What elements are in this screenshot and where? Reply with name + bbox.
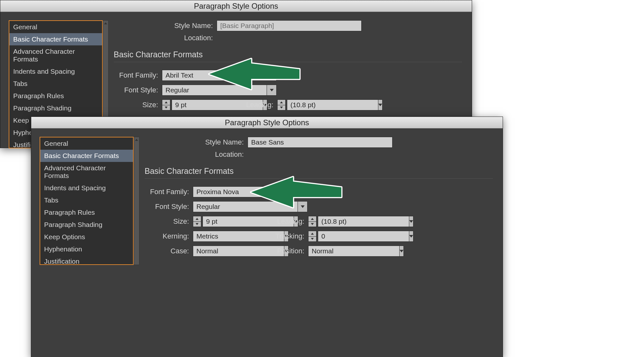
location-label: Location: (145, 150, 248, 159)
section-heading: Basic Character Formats (145, 164, 493, 179)
position-combo[interactable] (308, 246, 376, 257)
dropdown-icon[interactable] (267, 85, 277, 96)
style-name-field[interactable] (248, 137, 393, 148)
sidebar-scrollbar[interactable] (134, 137, 139, 265)
stepper-down-icon[interactable] (308, 221, 317, 227)
sidebar-item[interactable]: Indents and Spacing (40, 182, 133, 194)
size-stepper[interactable] (193, 216, 201, 227)
stepper-down-icon[interactable] (193, 221, 201, 227)
font-style-combo[interactable] (193, 201, 308, 212)
sidebar-item[interactable]: Justification (40, 255, 133, 268)
position-label: Position: (263, 247, 308, 255)
sidebar-item[interactable]: Basic Character Formats (9, 33, 102, 45)
dialog-title: Paragraph Style Options (0, 0, 472, 12)
sidebar-item[interactable]: Basic Character Formats (40, 150, 133, 162)
sidebar-item[interactable]: Keep Options (40, 231, 133, 243)
sidebar-item[interactable]: Paragraph Rules (9, 90, 102, 102)
font-family-combo[interactable] (162, 70, 277, 81)
style-name-label: Style Name: (145, 138, 248, 146)
sidebar-item[interactable]: Paragraph Shading (9, 102, 102, 114)
dialog-title: Paragraph Style Options (31, 117, 503, 128)
tracking-combo[interactable] (318, 231, 376, 242)
sidebar-item[interactable]: General (9, 21, 102, 33)
sidebar-item[interactable]: Tabs (40, 194, 133, 206)
stepper-up-icon[interactable] (162, 99, 170, 105)
stepper-down-icon[interactable] (162, 105, 170, 111)
leading-input[interactable] (318, 216, 409, 227)
font-family-label: Font Family: (114, 71, 162, 80)
leading-stepper[interactable] (308, 216, 317, 227)
scroll-up-icon[interactable] (134, 137, 139, 142)
dropdown-icon[interactable] (409, 231, 413, 242)
sidebar-item[interactable]: Advanced Character Formats (40, 162, 133, 182)
font-family-input[interactable] (193, 186, 308, 197)
size-combo[interactable] (172, 99, 230, 110)
section-heading: Basic Character Formats (114, 48, 462, 62)
stepper-up-icon[interactable] (308, 216, 317, 221)
style-name-label: Style Name: (114, 22, 217, 30)
dropdown-icon[interactable] (400, 246, 404, 257)
font-style-label: Font Style: (145, 202, 193, 211)
leading-input[interactable] (287, 99, 378, 110)
kerning-combo[interactable] (193, 231, 260, 242)
font-style-combo[interactable] (162, 85, 277, 96)
position-input[interactable] (308, 246, 400, 257)
font-family-label: Font Family: (145, 188, 193, 196)
dropdown-icon[interactable] (409, 216, 413, 227)
sidebar-item[interactable]: Indents and Spacing (9, 65, 102, 78)
sidebar-item[interactable]: Paragraph Shading (40, 219, 133, 231)
leading-combo[interactable] (287, 99, 345, 110)
stepper-up-icon[interactable] (308, 231, 317, 236)
size-label: Size: (114, 101, 162, 109)
stepper-down-icon[interactable] (277, 105, 286, 111)
font-style-label: Font Style: (114, 86, 162, 94)
sidebar-item[interactable]: Hyphenation (40, 243, 133, 255)
sidebar-item[interactable]: Paragraph Rules (40, 206, 133, 219)
font-family-input[interactable] (162, 70, 277, 81)
case-combo[interactable] (193, 246, 260, 257)
font-style-input[interactable] (162, 85, 267, 96)
stepper-up-icon[interactable] (193, 216, 201, 221)
sidebar-item[interactable]: General (40, 137, 133, 150)
leading-label: Leading: (263, 217, 308, 226)
sidebar-item[interactable]: Tabs (9, 78, 102, 90)
sidebar-category-list: GeneralBasic Character FormatsAdvanced C… (40, 137, 134, 265)
style-name-field[interactable] (217, 20, 362, 31)
leading-stepper[interactable] (277, 99, 286, 110)
size-label: Size: (145, 217, 193, 226)
dropdown-icon[interactable] (298, 201, 308, 212)
dropdown-icon[interactable] (378, 99, 383, 110)
leading-label: Leading: (232, 101, 277, 109)
tracking-label: Tracking: (263, 232, 308, 240)
size-combo[interactable] (203, 216, 260, 227)
dialog-paragraph-style-options-2: Paragraph Style Options GeneralBasic Cha… (31, 117, 503, 357)
stepper-down-icon[interactable] (308, 236, 317, 242)
leading-combo[interactable] (318, 216, 376, 227)
tracking-stepper[interactable] (308, 231, 317, 242)
size-stepper[interactable] (162, 99, 170, 110)
font-style-input[interactable] (193, 201, 298, 212)
scroll-up-icon[interactable] (103, 21, 108, 26)
kerning-label: Kerning: (145, 232, 193, 240)
tracking-input[interactable] (318, 231, 409, 242)
case-label: Case: (145, 247, 193, 255)
location-label: Location: (114, 34, 217, 42)
font-family-combo[interactable] (193, 186, 308, 197)
stepper-up-icon[interactable] (277, 99, 286, 105)
sidebar-item[interactable]: Advanced Character Formats (9, 45, 102, 65)
